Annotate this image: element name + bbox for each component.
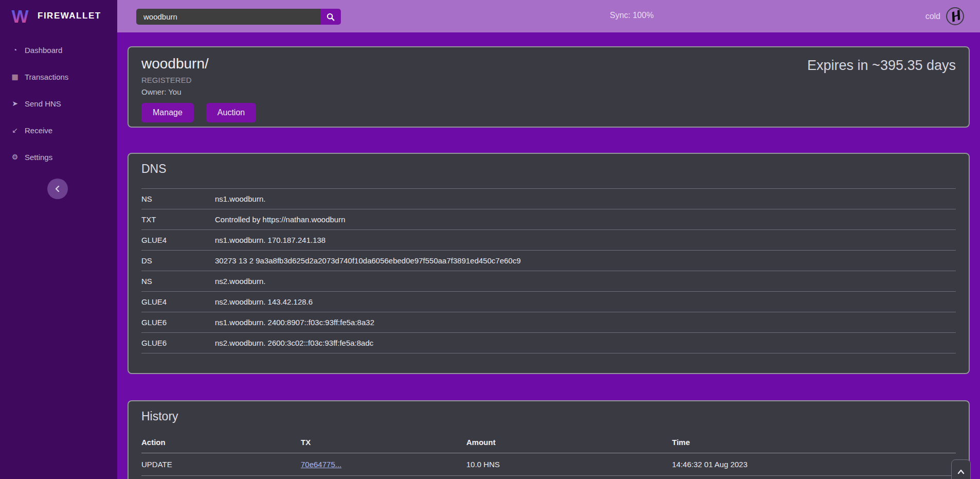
dns-record-row: GLUE4ns1.woodburn. 170.187.241.138: [141, 230, 956, 251]
sidebar-item-send-hns[interactable]: ➤Send HNS: [0, 90, 117, 117]
history-time: 14:46:32 01 Aug 2023: [672, 453, 956, 476]
handshake-logo-icon[interactable]: [946, 7, 965, 26]
sidebar-collapse-button[interactable]: [47, 179, 68, 199]
dns-record-row: NSns1.woodburn.: [141, 189, 956, 209]
history-col-tx: TX: [301, 433, 466, 453]
sidebar-item-label: Transactions: [25, 73, 68, 81]
search-button[interactable]: [320, 9, 341, 25]
dashboard-gauge-icon: ◔: [10, 46, 20, 54]
dns-record-type: GLUE6: [141, 333, 215, 353]
receive-icon: ↙: [10, 126, 20, 134]
scroll-to-top-button[interactable]: [951, 459, 971, 479]
sidebar: W FIREWALLET ◔Dashboard▦Transactions➤Sen…: [0, 0, 117, 479]
domain-expiry: Expires in ~395.35 days: [807, 58, 956, 74]
settings-gear-icon: ⚙: [10, 153, 20, 161]
topbar: Sync: 100% cold: [117, 0, 980, 32]
sidebar-item-label: Dashboard: [25, 46, 62, 55]
dns-record-type: NS: [141, 189, 215, 209]
dns-record-value: 30273 13 2 9a3a8fb3d625d2a2073d740f10da6…: [215, 251, 956, 271]
history-tx-cell: 70e64775...: [301, 453, 466, 476]
history-amount: 10.0 HNS: [466, 476, 672, 479]
tx-link[interactable]: 70e64775...: [301, 460, 341, 469]
dns-record-type: NS: [141, 271, 215, 292]
send-icon: ➤: [10, 99, 20, 108]
history-title: History: [141, 410, 956, 423]
search-input[interactable]: [136, 9, 320, 25]
sidebar-item-label: Receive: [25, 126, 52, 135]
sync-status: Sync: 100%: [610, 11, 654, 20]
sidebar-item-settings[interactable]: ⚙Settings: [0, 144, 117, 170]
sidebar-item-dashboard[interactable]: ◔Dashboard: [0, 37, 117, 63]
dns-record-type: GLUE4: [141, 292, 215, 312]
transactions-table-icon: ▦: [10, 73, 20, 81]
wallet-mode-label: cold: [925, 12, 940, 21]
history-amount: 10.0 HNS: [466, 453, 672, 476]
history-table: Action TX Amount Time UPDATE70e64775...1…: [141, 433, 956, 479]
history-card: History Action TX Amount Time UPDATE70e6…: [128, 400, 970, 479]
content: woodburn/ REGISTERED Owner: You Manage A…: [117, 32, 980, 479]
history-header-row: Action TX Amount Time: [141, 433, 956, 453]
dns-record-value: ns1.woodburn.: [215, 189, 956, 209]
dns-record-value: ns2.woodburn.: [215, 271, 956, 292]
dns-record-type: GLUE4: [141, 230, 215, 251]
dns-record-row: GLUE4ns2.woodburn. 143.42.128.6: [141, 292, 956, 312]
history-col-action: Action: [141, 433, 301, 453]
chevron-left-icon: [53, 185, 62, 193]
dns-record-value: ns2.woodburn. 143.42.128.6: [215, 292, 956, 312]
dns-title: DNS: [141, 162, 956, 176]
svg-text:W: W: [11, 6, 28, 26]
history-col-amount: Amount: [466, 433, 672, 453]
dns-record-value: Controlled by https://nathan.woodburn: [215, 209, 956, 230]
dns-record-type: DS: [141, 251, 215, 271]
wallet-mode-group: cold: [925, 7, 965, 26]
dns-record-row: GLUE6ns1.woodburn. 2400:8907::f03c:93ff:…: [141, 312, 956, 333]
dns-record-row: NSns2.woodburn.: [141, 271, 956, 292]
dns-record-row: GLUE6ns2.woodburn. 2600:3c02::f03c:93ff:…: [141, 333, 956, 353]
dns-card: DNS NSns1.woodburn.TXTControlled by http…: [128, 153, 970, 374]
brand-name: FIREWALLET: [38, 11, 101, 21]
dns-record-type: GLUE6: [141, 312, 215, 333]
history-tx-cell: d7b2c435...: [301, 476, 466, 479]
dns-record-row: DS30273 13 2 9a3a8fb3d625d2a2073d740f10d…: [141, 251, 956, 271]
firewallet-logo-icon: W: [9, 5, 31, 27]
brand: W FIREWALLET: [0, 0, 117, 27]
sidebar-item-transactions[interactable]: ▦Transactions: [0, 63, 117, 90]
search-group: [136, 9, 341, 25]
auction-button[interactable]: Auction: [206, 103, 256, 122]
sidebar-item-label: Settings: [25, 153, 52, 162]
dns-record-value: ns1.woodburn. 170.187.241.138: [215, 230, 956, 251]
dns-record-type: TXT: [141, 209, 215, 230]
history-row: UPDATE70e64775...10.0 HNS14:46:32 01 Aug…: [141, 453, 956, 476]
search-icon: [326, 12, 335, 22]
sidebar-nav: ◔Dashboard▦Transactions➤Send HNS↙Receive…: [0, 37, 117, 170]
domain-card: woodburn/ REGISTERED Owner: You Manage A…: [128, 46, 970, 128]
dns-table: NSns1.woodburn.TXTControlled by https://…: [141, 188, 956, 353]
sidebar-item-label: Send HNS: [25, 99, 61, 108]
history-row: RENEWd7b2c435...10.0 HNS15:45:06 07 Jul …: [141, 476, 956, 479]
dns-record-value: ns2.woodburn. 2600:3c02::f03c:93ff:fe5a:…: [215, 333, 956, 353]
history-col-time: Time: [672, 433, 956, 453]
history-action: RENEW: [141, 476, 301, 479]
manage-button[interactable]: Manage: [141, 103, 194, 122]
sidebar-item-receive[interactable]: ↙Receive: [0, 117, 117, 144]
history-time: 15:45:06 07 Jul 2023: [672, 476, 956, 479]
domain-owner: Owner: You: [141, 87, 956, 96]
domain-status: REGISTERED: [141, 76, 956, 84]
history-action: UPDATE: [141, 453, 301, 476]
dns-record-value: ns1.woodburn. 2400:8907::f03c:93ff:fe5a:…: [215, 312, 956, 333]
domain-actions: Manage Auction: [141, 103, 956, 122]
chevron-up-icon: [957, 469, 965, 474]
main-area: Sync: 100% cold woodburn/ REGISTERED Own…: [117, 0, 980, 479]
dns-record-row: TXTControlled by https://nathan.woodburn: [141, 209, 956, 230]
